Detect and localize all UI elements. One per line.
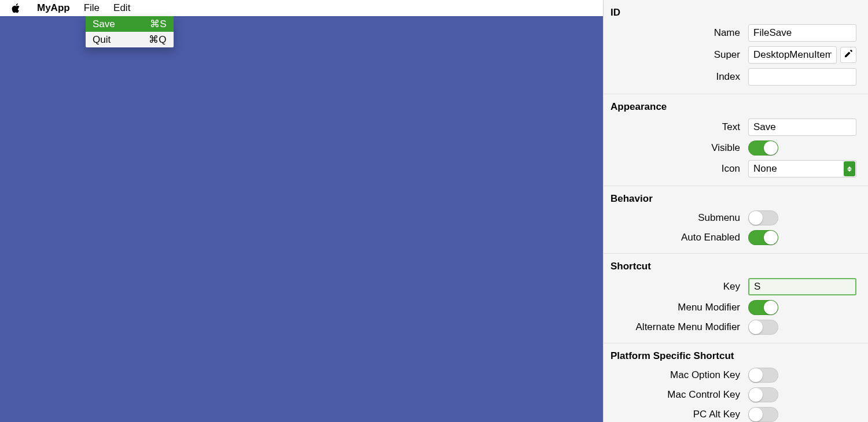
app-preview-canvas: MyApp File Edit Save ⌘S Quit ⌘Q bbox=[0, 0, 603, 422]
menu-item-label: Quit bbox=[93, 33, 111, 46]
menu-item-shortcut: ⌘S bbox=[150, 17, 167, 31]
label-super: Super bbox=[604, 49, 748, 61]
autoenabled-toggle[interactable] bbox=[748, 230, 778, 245]
altmenumod-toggle[interactable] bbox=[748, 320, 778, 335]
section-behavior-title: Behavior bbox=[604, 188, 868, 208]
super-edit-button[interactable] bbox=[840, 47, 856, 63]
section-id-title: ID bbox=[604, 2, 868, 22]
file-menu-dropdown: Save ⌘S Quit ⌘Q bbox=[86, 16, 174, 47]
icon-select[interactable] bbox=[748, 160, 856, 177]
menubar: MyApp File Edit bbox=[0, 0, 603, 16]
key-field[interactable] bbox=[748, 278, 856, 295]
menubar-app-name[interactable]: MyApp bbox=[30, 0, 77, 16]
label-name: Name bbox=[604, 27, 748, 39]
section-appearance-title: Appearance bbox=[604, 97, 868, 116]
super-field[interactable] bbox=[748, 46, 837, 64]
label-icon: Icon bbox=[604, 163, 748, 175]
label-macctrl: Mac Control Key bbox=[604, 389, 748, 401]
macopt-toggle[interactable] bbox=[748, 368, 778, 383]
visible-toggle[interactable] bbox=[748, 140, 778, 156]
section-behavior: Behavior Submenu Auto Enabled bbox=[604, 186, 868, 254]
section-appearance: Appearance Text Visible Icon bbox=[604, 94, 868, 186]
file-menu-row-save[interactable]: Save ⌘S bbox=[86, 16, 174, 32]
label-index: Index bbox=[604, 71, 748, 83]
submenu-toggle[interactable] bbox=[748, 210, 778, 225]
menubar-item-edit[interactable]: Edit bbox=[106, 0, 137, 16]
label-menumod: Menu Modifier bbox=[604, 302, 748, 313]
index-field[interactable] bbox=[748, 68, 856, 86]
pencil-icon bbox=[844, 49, 853, 61]
section-platform-title: Platform Specific Shortcut bbox=[604, 346, 868, 365]
file-menu-row-quit[interactable]: Quit ⌘Q bbox=[86, 32, 174, 47]
label-pcalt: PC Alt Key bbox=[604, 409, 748, 420]
menu-item-shortcut: ⌘Q bbox=[149, 33, 167, 46]
menu-item-label: Save bbox=[93, 17, 115, 31]
text-field[interactable] bbox=[748, 119, 856, 136]
section-shortcut-title: Shortcut bbox=[604, 256, 868, 276]
menubar-item-file[interactable]: File bbox=[77, 0, 106, 16]
inspector-panel: ID Name Super Index Appearance bbox=[603, 0, 868, 422]
label-text: Text bbox=[604, 121, 748, 133]
macctrl-toggle[interactable] bbox=[748, 387, 778, 402]
section-platform: Platform Specific Shortcut Mac Option Ke… bbox=[604, 343, 868, 422]
section-id: ID Name Super Index bbox=[604, 0, 868, 94]
label-visible: Visible bbox=[604, 142, 748, 154]
apple-logo-icon bbox=[10, 3, 21, 13]
pcalt-toggle[interactable] bbox=[748, 407, 778, 422]
label-key: Key bbox=[604, 281, 748, 293]
select-caret-icon[interactable] bbox=[844, 161, 855, 176]
name-field[interactable] bbox=[748, 24, 856, 42]
label-autoenabled: Auto Enabled bbox=[604, 232, 748, 243]
menumod-toggle[interactable] bbox=[748, 300, 778, 315]
label-altmenumod: Alternate Menu Modifier bbox=[604, 321, 748, 333]
label-submenu: Submenu bbox=[604, 212, 748, 224]
label-macopt: Mac Option Key bbox=[604, 369, 748, 381]
section-shortcut: Shortcut Key Menu Modifier Alternate Men… bbox=[604, 254, 868, 343]
